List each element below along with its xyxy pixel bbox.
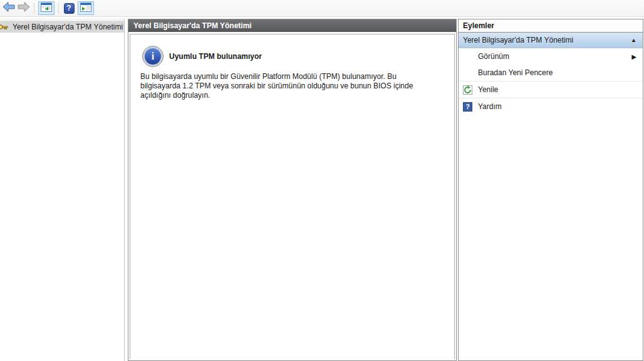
- back-button[interactable]: [1, 1, 16, 15]
- action-item-new-window[interactable]: Buradan Yeni Pencere: [459, 65, 643, 81]
- info-icon: i: [142, 46, 164, 67]
- collapse-arrow-icon[interactable]: ▲: [631, 37, 636, 43]
- results-pane: Yerel Bilgisayar'da TPM Yönetimi i Uyuml…: [128, 19, 457, 361]
- tree-item-label: Yerel Bilgisayar'da TPM Yönetimi: [13, 23, 123, 31]
- action-item-label: Yenile: [478, 85, 498, 94]
- action-item-label: Yardım: [478, 102, 502, 111]
- action-item-refresh[interactable]: Yenile: [459, 81, 643, 98]
- help-icon: ?: [64, 3, 75, 14]
- notice-body: Bu bilgisayarda uyumlu bir Güvenilir Pla…: [140, 72, 430, 100]
- tpm-key-icon: [0, 22, 11, 32]
- action-item-label: Buradan Yeni Pencere: [478, 68, 553, 77]
- results-pane-header: Yerel Bilgisayar'da TPM Yönetimi: [128, 19, 456, 32]
- results-pane-content: i Uyumlu TPM bulunamıyor Bu bilgisayarda…: [130, 34, 455, 359]
- forward-icon: [18, 1, 30, 15]
- submenu-arrow-icon: ▶: [631, 53, 636, 60]
- info-icon-glyph: i: [145, 48, 161, 65]
- actions-group-label: Yerel Bilgisayar'da TPM Yönetimi: [463, 36, 573, 44]
- show-action-pane-button[interactable]: [78, 1, 94, 15]
- show-console-tree-icon: [41, 3, 52, 14]
- notice-title: Uyumlu TPM bulunamıyor: [169, 52, 262, 61]
- results-pane-title: Yerel Bilgisayar'da TPM Yönetimi: [133, 21, 252, 30]
- actions-pane: Eylemler Yerel Bilgisayar'da TPM Yönetim…: [458, 19, 643, 361]
- tree-item-tpm-management[interactable]: Yerel Bilgisayar'da TPM Yönetimi: [0, 21, 124, 33]
- actions-group-header[interactable]: Yerel Bilgisayar'da TPM Yönetimi ▲: [459, 33, 643, 48]
- console-tree-pane: Yerel Bilgisayar'da TPM Yönetimi: [0, 19, 125, 361]
- action-item-view[interactable]: Görünüm ▶: [459, 48, 643, 65]
- forward-button[interactable]: [16, 1, 31, 15]
- refresh-icon: [463, 85, 472, 95]
- toolbar-separator: [58, 3, 59, 14]
- show-action-pane-icon: [80, 3, 91, 14]
- help-icon: ?: [463, 102, 472, 112]
- back-icon: [3, 1, 15, 15]
- show-console-tree-button[interactable]: [38, 1, 55, 15]
- action-item-label: Görünüm: [478, 52, 509, 61]
- actions-pane-title: Eylemler: [459, 19, 643, 33]
- help-button[interactable]: ?: [61, 1, 76, 15]
- toolbar-separator: [34, 3, 34, 14]
- toolbar: ?: [0, 0, 644, 17]
- action-item-help[interactable]: ? Yardım: [459, 98, 643, 115]
